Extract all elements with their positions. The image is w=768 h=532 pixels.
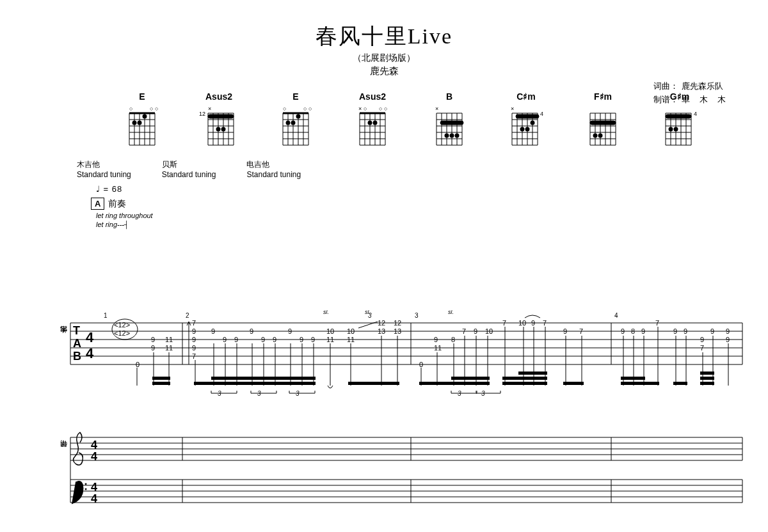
svg-text:<12>: <12> (114, 321, 130, 329)
svg-text:13: 13 (378, 327, 385, 335)
section-label: A 前奏 (91, 198, 768, 210)
svg-text:9: 9 (641, 327, 645, 335)
section-name: 前奏 (108, 198, 126, 210)
svg-rect-235 (502, 382, 547, 385)
svg-rect-160 (152, 382, 170, 385)
chord-E: E ○○○ (122, 91, 163, 146)
ts-num-bass: 4 (91, 481, 97, 494)
svg-text:9: 9 (288, 327, 292, 335)
svg-text:7: 7 (700, 344, 704, 352)
svg-text:9: 9 (710, 327, 714, 335)
svg-text:12: 12 (394, 319, 401, 327)
svg-point-34 (221, 127, 226, 132)
tab-T: T (73, 324, 80, 337)
svg-text:9: 9 (531, 319, 535, 327)
chord-diagram-icon: ×4 (507, 104, 545, 146)
svg-text:3: 3 (368, 312, 372, 319)
svg-rect-223 (419, 382, 490, 385)
svg-text:9: 9 (563, 327, 567, 335)
chord-diagram-icon: ○○○ (124, 104, 160, 146)
artist: 鹿先森 (0, 65, 768, 77)
svg-text:×: × (511, 106, 514, 112)
svg-text:7: 7 (579, 327, 583, 335)
svg-text:11: 11 (347, 336, 355, 343)
svg-text:9: 9 (700, 336, 704, 343)
tuning-acoustic: 木吉他 Standard tuning (77, 159, 131, 179)
svg-text:×: × (435, 106, 438, 112)
svg-point-119 (593, 134, 598, 138)
svg-rect-265 (621, 377, 645, 380)
ts-den: 4 (86, 345, 94, 361)
chord-Fsharpm: F♯m (582, 91, 623, 146)
let-ring-annotations: let ring throughout let ring---┤ (96, 211, 768, 230)
svg-text:9: 9 (261, 336, 265, 343)
svg-text:9: 9 (434, 336, 438, 343)
svg-text:sl.: sl. (448, 310, 454, 315)
svg-text:9: 9 (684, 327, 687, 335)
svg-point-120 (598, 134, 603, 138)
svg-rect-31 (208, 114, 234, 118)
svg-text:11: 11 (326, 336, 334, 343)
svg-text:9: 9 (250, 327, 253, 335)
chord-diagram-icon: ×○○○ (355, 104, 390, 146)
chord-diagram-icon: × (431, 104, 467, 146)
svg-text:8: 8 (631, 327, 635, 335)
svg-rect-236 (502, 377, 547, 380)
svg-text:9: 9 (151, 336, 155, 343)
svg-text:9: 9 (474, 327, 477, 335)
svg-rect-267 (700, 382, 714, 385)
chord-diagram-icon: ○○○ (278, 104, 314, 146)
svg-text:○: ○ (155, 106, 158, 112)
svg-text:4: 4 (614, 312, 618, 319)
svg-text:12: 12 (199, 111, 205, 117)
svg-text:7: 7 (502, 319, 506, 327)
ts-den-treble: 4 (91, 450, 97, 463)
svg-text:○: ○ (303, 106, 307, 112)
svg-text:×: × (208, 106, 211, 112)
svg-text:○: ○ (364, 106, 367, 112)
svg-rect-188 (211, 377, 316, 380)
svg-point-105 (525, 127, 530, 132)
tab-B: B (73, 350, 81, 363)
svg-text:7: 7 (192, 352, 196, 360)
svg-text:10: 10 (326, 327, 334, 335)
svg-point-51 (286, 121, 291, 125)
credit-transcribe-value: 卓 木 木 (682, 93, 730, 107)
svg-point-69 (368, 121, 372, 125)
chord-diagram-icon: 4 (660, 104, 699, 146)
svg-text:11: 11 (434, 344, 442, 352)
svg-text:sl.: sl. (323, 310, 329, 315)
svg-text:3: 3 (415, 312, 419, 319)
credit-lyrics-value: 鹿先森乐队 (682, 80, 723, 93)
svg-text:9: 9 (192, 336, 196, 343)
svg-text:0: 0 (136, 361, 140, 368)
svg-text:9: 9 (192, 327, 196, 335)
svg-text:○: ○ (379, 106, 382, 112)
svg-rect-237 (518, 372, 547, 375)
svg-text:9: 9 (273, 336, 276, 343)
svg-rect-264 (621, 382, 659, 385)
svg-text:10: 10 (347, 327, 355, 335)
svg-text:9: 9 (726, 327, 730, 335)
svg-text:13: 13 (394, 327, 401, 335)
svg-rect-268 (700, 377, 714, 380)
svg-point-86 (450, 134, 454, 138)
svg-text:4: 4 (694, 111, 697, 117)
tuning-bass: 贝斯 Standard tuning (162, 159, 216, 179)
subtitle: （北展剧场版） (0, 52, 768, 64)
svg-point-85 (445, 134, 449, 138)
svg-point-52 (291, 121, 296, 125)
svg-point-15 (143, 114, 147, 119)
chord-diagram-icon: 12 × (199, 104, 239, 146)
chord-Csharpm: C♯m ×4 (506, 91, 547, 146)
svg-point-33 (216, 127, 221, 132)
svg-rect-134 (666, 114, 691, 118)
svg-rect-242 (563, 382, 584, 385)
svg-text:7: 7 (543, 319, 547, 327)
svg-text:○: ○ (308, 106, 312, 112)
svg-text:○: ○ (150, 106, 153, 112)
svg-point-70 (373, 121, 378, 125)
credit-transcribe-label: 制谱： (653, 93, 682, 107)
svg-rect-224 (451, 377, 490, 380)
svg-rect-207 (348, 382, 399, 385)
